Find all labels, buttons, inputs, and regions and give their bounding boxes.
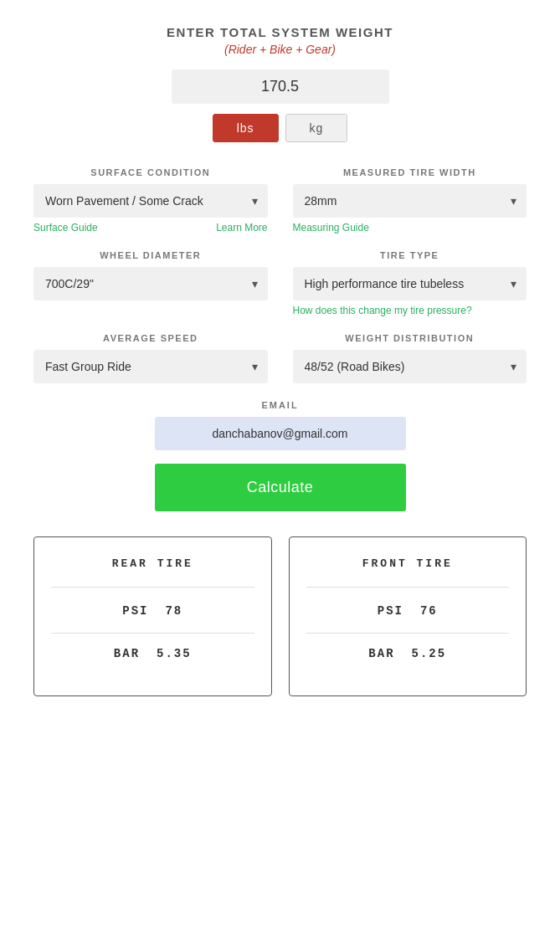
weight-input[interactable]	[172, 69, 389, 104]
front-top-divider	[306, 587, 510, 588]
email-section: EMAIL	[33, 400, 527, 450]
rear-mid-divider	[51, 633, 254, 634]
tire-type-group: TIRE TYPE High performance tire tubeless…	[293, 250, 527, 316]
weight-header-section: ENTER TOTAL SYSTEM WEIGHT (Rider + Bike …	[33, 25, 527, 56]
measuring-guide-link[interactable]: Measuring Guide	[293, 222, 527, 234]
email-label: EMAIL	[33, 400, 527, 410]
surface-condition-select-wrapper: Worn Pavement / Some Crack Perfect Pavem…	[33, 184, 268, 218]
page-subtitle: (Rider + Bike + Gear)	[33, 43, 527, 56]
surface-condition-group: SURFACE CONDITION Worn Pavement / Some C…	[33, 167, 268, 234]
weight-distribution-select[interactable]: 48/52 (Road Bikes) 45/55 50/50	[293, 350, 527, 383]
wheel-diameter-select[interactable]: 700C/29" 650B/27.5" 26"	[33, 267, 268, 300]
lbs-button[interactable]: lbs	[213, 114, 279, 142]
rear-psi-label: PSI	[122, 604, 148, 618]
weight-distribution-select-wrapper: 48/52 (Road Bikes) 45/55 50/50	[293, 350, 527, 383]
learn-more-link[interactable]: Learn More	[216, 222, 267, 234]
tire-type-label: TIRE TYPE	[293, 250, 527, 260]
kg-button[interactable]: kg	[285, 114, 348, 142]
surface-condition-select[interactable]: Worn Pavement / Some Crack Perfect Pavem…	[33, 184, 268, 218]
surface-guide-link[interactable]: Surface Guide	[33, 222, 98, 234]
front-tire-title: FRONT TIRE	[306, 557, 510, 570]
weight-distribution-group: WEIGHT DISTRIBUTION 48/52 (Road Bikes) 4…	[293, 333, 527, 383]
rear-bar-label: BAR	[114, 647, 140, 660]
front-psi-label: PSI	[378, 604, 403, 618]
email-input[interactable]	[155, 417, 406, 450]
rear-tire-card: REAR TIRE PSI 78 BAR 5.35	[33, 536, 272, 696]
tire-width-group: MEASURED TIRE WIDTH 23mm 25mm 28mm 30mm …	[293, 167, 527, 234]
results-section: REAR TIRE PSI 78 BAR 5.35 FRONT TIRE PSI…	[33, 536, 527, 696]
rear-psi-value: 78	[165, 604, 182, 618]
front-psi-row: PSI 76	[306, 604, 510, 618]
rear-psi-row: PSI 78	[51, 604, 254, 618]
tire-type-select[interactable]: High performance tire tubeless Standard …	[293, 267, 527, 300]
tire-type-question-link[interactable]: How does this change my tire pressure?	[293, 305, 527, 316]
tire-width-label: MEASURED TIRE WIDTH	[293, 167, 527, 177]
wheel-diameter-group: WHEEL DIAMETER 700C/29" 650B/27.5" 26"	[33, 250, 268, 316]
rear-bar-value: 5.35	[157, 647, 192, 660]
rear-bar-row: BAR 5.35	[51, 647, 254, 660]
front-mid-divider	[306, 633, 510, 634]
front-bar-label: BAR	[368, 647, 394, 660]
front-tire-card: FRONT TIRE PSI 76 BAR 5.25	[289, 536, 527, 696]
front-psi-value: 76	[420, 604, 438, 618]
calculate-button[interactable]: Calculate	[155, 464, 406, 511]
tire-type-select-wrapper: High performance tire tubeless Standard …	[293, 267, 527, 300]
wheel-diameter-select-wrapper: 700C/29" 650B/27.5" 26"	[33, 267, 268, 300]
average-speed-label: AVERAGE SPEED	[33, 333, 268, 343]
weight-distribution-label: WEIGHT DISTRIBUTION	[293, 333, 527, 343]
front-bar-row: BAR 5.25	[306, 647, 510, 660]
surface-condition-label: SURFACE CONDITION	[33, 167, 268, 177]
unit-toggle: lbs kg	[33, 114, 527, 142]
front-bar-value: 5.25	[412, 647, 447, 660]
rear-top-divider	[51, 587, 254, 588]
average-speed-group: AVERAGE SPEED Fast Group Ride Solo Train…	[33, 333, 268, 383]
average-speed-select[interactable]: Fast Group Ride Solo Training Casual Rac…	[33, 350, 268, 383]
rear-tire-title: REAR TIRE	[51, 557, 254, 570]
tire-width-select[interactable]: 23mm 25mm 28mm 30mm 32mm	[293, 184, 527, 218]
average-speed-select-wrapper: Fast Group Ride Solo Training Casual Rac…	[33, 350, 268, 383]
tire-width-select-wrapper: 23mm 25mm 28mm 30mm 32mm	[293, 184, 527, 218]
wheel-diameter-label: WHEEL DIAMETER	[33, 250, 268, 260]
page-title: ENTER TOTAL SYSTEM WEIGHT	[33, 25, 527, 39]
